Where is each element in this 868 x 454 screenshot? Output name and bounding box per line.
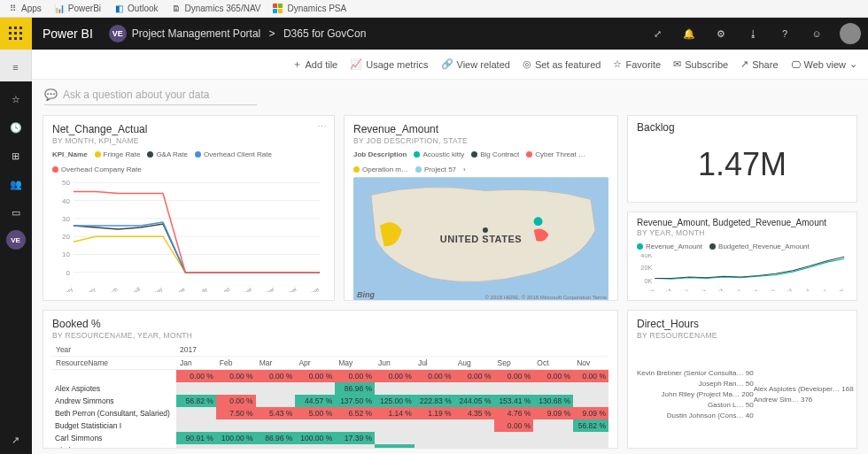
fullscreen-button[interactable]: ⤢ bbox=[641, 18, 673, 50]
map-provider: Bing bbox=[357, 290, 375, 299]
svg-rect-9 bbox=[19, 32, 22, 35]
bookmark-powerbi[interactable]: 📊PowerBi bbox=[54, 4, 101, 14]
left-nav-rail: ≡ ☆ 🕓 ⊞ 👥 ▭ VE ↗ bbox=[0, 50, 32, 454]
tile-backlog[interactable]: Backlog 1.47M bbox=[627, 115, 857, 203]
nav-recent[interactable]: 🕓 bbox=[0, 113, 32, 142]
svg-text:2013 M: 2013 M bbox=[655, 288, 672, 291]
svg-rect-0 bbox=[273, 4, 277, 8]
nav-favorites[interactable]: ☆ bbox=[0, 85, 32, 113]
qna-bar: 💬 Ask a question about your data bbox=[32, 80, 868, 110]
nav-getdata[interactable]: ↗ bbox=[0, 426, 32, 454]
settings-button[interactable]: ⚙ bbox=[705, 18, 737, 50]
legend: KPI_Name Fringe Rate G&A Rate Overhead C… bbox=[52, 150, 325, 173]
table-row[interactable]: Budget Statistician I0.00 %56.82 % bbox=[52, 419, 608, 432]
set-featured-button[interactable]: ◎Set as featured bbox=[523, 58, 601, 70]
share-button[interactable]: ↗Share bbox=[740, 58, 778, 70]
svg-text:May: May bbox=[151, 286, 165, 292]
svg-text:February: February bbox=[75, 285, 97, 292]
svg-text:March: March bbox=[103, 286, 120, 292]
table-row[interactable]: 0.00 %0.00 %0.00 %0.00 %0.00 %0.00 %0.00… bbox=[52, 370, 608, 383]
download-button[interactable]: ⭳ bbox=[737, 18, 769, 50]
bookmark-dynamicspsa[interactable]: Dynamics PSA bbox=[273, 4, 346, 14]
tile-title: Booked % bbox=[52, 318, 608, 330]
tile-title: Revenue_Amount, Budgeted_Revenue_Amount bbox=[637, 218, 848, 227]
backlog-value: 1.47M bbox=[637, 146, 848, 183]
pie-labels-left: Kevin Brebner (Senior Consulta… 90Joseph… bbox=[637, 366, 754, 422]
svg-text:April: April bbox=[128, 286, 142, 292]
nav-apps[interactable]: ⊞ bbox=[0, 142, 32, 170]
svg-rect-10 bbox=[9, 37, 12, 40]
svg-rect-2 bbox=[273, 9, 277, 13]
svg-text:2017 N: 2017 N bbox=[828, 288, 845, 291]
svg-text:2017 Jul: 2017 Jul bbox=[792, 288, 810, 291]
table-row[interactable]: Carl Simmons90.91 %100.00 %86.96 %100.00… bbox=[52, 432, 608, 444]
svg-text:20: 20 bbox=[62, 233, 70, 241]
svg-text:40: 40 bbox=[62, 197, 70, 205]
apps-icon: ⠿ bbox=[7, 4, 18, 14]
table-row[interactable]: Andrew Simmons56.82 %0.00 %44.57 %137.50… bbox=[52, 395, 608, 407]
web-view-button[interactable]: 🖵Web view ⌄ bbox=[791, 58, 857, 70]
add-tile-button[interactable]: ＋Add tile bbox=[292, 58, 338, 71]
svg-text:2013 Se: 2013 Se bbox=[671, 288, 690, 291]
svg-rect-11 bbox=[14, 37, 17, 40]
dashboard-toolbar: ＋Add tile 📈Usage metrics 🔗View related ◎… bbox=[32, 50, 868, 80]
workspace-icon: VE bbox=[109, 25, 127, 42]
nav-shared[interactable]: 👥 bbox=[0, 170, 32, 198]
favorite-button[interactable]: ☆Favorite bbox=[613, 58, 661, 70]
tile-subtitle: BY YEAR, MONTH bbox=[637, 228, 848, 237]
dashboard-grid: ⋯ Net_Change_Actual BY MONTH, KPI_NAME K… bbox=[32, 110, 868, 454]
brand-label: Power BI bbox=[32, 27, 104, 41]
qna-input[interactable]: 💬 Ask a question about your data bbox=[44, 85, 257, 105]
bookmark-dynamics365[interactable]: 🗎Dynamics 365/NAV bbox=[171, 4, 261, 14]
table-row[interactable]: Cindy Brown18.18 % bbox=[52, 444, 608, 449]
featured-icon: ◎ bbox=[523, 58, 531, 70]
usage-metrics-button[interactable]: 📈Usage metrics bbox=[350, 58, 428, 70]
related-icon: 🔗 bbox=[441, 58, 453, 70]
app-launcher[interactable] bbox=[0, 18, 32, 50]
tile-title: Direct_Hours bbox=[637, 318, 848, 330]
tile-booked-matrix[interactable]: Booked % BY RESOURCENAME, YEAR, MONTH Ye… bbox=[43, 310, 618, 449]
nav-workspaces[interactable]: ▭ bbox=[0, 198, 32, 227]
chevron-right-icon[interactable]: › bbox=[463, 165, 466, 173]
tile-revenue-map[interactable]: Revenue_Amount BY JOB DESCRIPTION, STATE… bbox=[344, 115, 618, 301]
notifications-button[interactable]: 🔔 bbox=[673, 18, 705, 50]
bookmark-outlook[interactable]: ◧Outlook bbox=[113, 4, 158, 14]
svg-text:November: November bbox=[274, 285, 298, 292]
svg-text:2013 Ja: 2013 Ja bbox=[638, 288, 656, 291]
tile-net-change[interactable]: ⋯ Net_Change_Actual BY MONTH, KPI_NAME K… bbox=[43, 115, 335, 301]
svg-text:20K: 20K bbox=[640, 264, 652, 272]
svg-text:2014 Ja: 2014 Ja bbox=[689, 288, 708, 291]
tile-more-icon[interactable]: ⋯ bbox=[317, 121, 327, 133]
subscribe-button[interactable]: ✉Subscribe bbox=[673, 58, 728, 70]
help-button[interactable]: ? bbox=[769, 18, 801, 50]
table-row[interactable]: Beth Perron (Consultant, Salaried)7.50 %… bbox=[52, 407, 608, 419]
chevron-down-icon: ⌄ bbox=[849, 58, 857, 70]
svg-text:2014 Se: 2014 Se bbox=[723, 288, 741, 291]
svg-text:30: 30 bbox=[62, 215, 70, 223]
tile-subtitle: BY RESOURCENAME, YEAR, MONTH bbox=[52, 331, 608, 340]
tile-revenue-budget[interactable]: Revenue_Amount, Budgeted_Revenue_Amount … bbox=[627, 212, 857, 301]
tile-direct-hours[interactable]: Direct_Hours BY RESOURCENAME Kevin Brebn… bbox=[627, 310, 857, 449]
monitor-icon: 🖵 bbox=[791, 59, 801, 70]
svg-text:July: July bbox=[197, 285, 210, 292]
browser-bookmarks-bar: ⠿Apps 📊PowerBi ◧Outlook 🗎Dynamics 365/NA… bbox=[0, 0, 868, 18]
nav-menu-button[interactable]: ≡ bbox=[0, 53, 32, 81]
breadcrumb[interactable]: Project Management Portal > D365 for Gov… bbox=[132, 27, 367, 40]
svg-point-38 bbox=[534, 217, 543, 226]
svg-point-39 bbox=[483, 227, 488, 233]
svg-text:2017 Se: 2017 Se bbox=[810, 288, 828, 291]
svg-rect-12 bbox=[19, 37, 22, 40]
svg-rect-3 bbox=[278, 9, 283, 13]
view-related-button[interactable]: 🔗View related bbox=[441, 58, 510, 70]
user-avatar[interactable] bbox=[840, 23, 861, 44]
map-center-label: UNITED STATES bbox=[440, 234, 522, 244]
legend: Job Description Acoustic kitty Big Contr… bbox=[353, 150, 608, 173]
table-row[interactable]: Alex Aspiotes86.96 % bbox=[52, 382, 608, 395]
svg-rect-1 bbox=[278, 4, 283, 8]
feedback-button[interactable]: ☺ bbox=[801, 18, 833, 50]
tile-title: Backlog bbox=[637, 121, 848, 134]
rowheader: ResourceName bbox=[52, 357, 176, 370]
svg-rect-8 bbox=[14, 32, 17, 35]
bookmark-apps[interactable]: ⠿Apps bbox=[7, 4, 42, 14]
workspace-badge[interactable]: VE bbox=[6, 230, 26, 250]
